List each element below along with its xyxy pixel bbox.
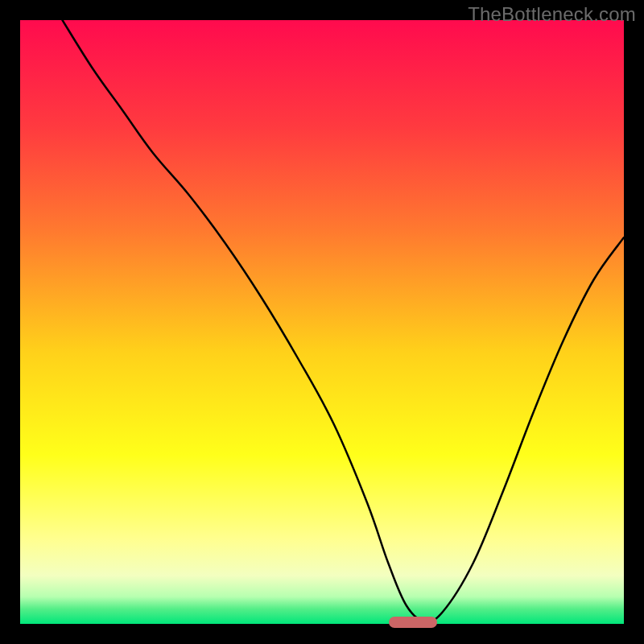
plot-area: [20, 20, 624, 624]
watermark-text: TheBottleneck.com: [468, 3, 636, 26]
bottleneck-curve: [20, 20, 624, 624]
chart-frame: TheBottleneck.com: [0, 0, 644, 644]
optimum-marker: [389, 617, 437, 628]
